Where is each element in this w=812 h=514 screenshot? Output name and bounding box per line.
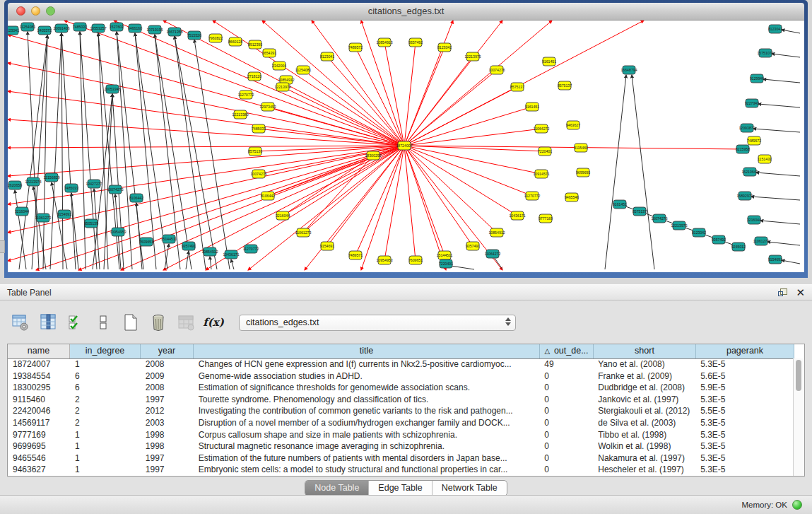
graph-node[interactable]: 10954953 bbox=[110, 228, 126, 236]
graph-node[interactable]: 10436171 bbox=[223, 250, 239, 259]
graph-edge[interactable] bbox=[404, 146, 445, 255]
graph-node[interactable]: 16210643 bbox=[741, 168, 758, 176]
graph-node[interactable]: 10436171 bbox=[509, 211, 525, 220]
graph-node[interactable]: 2405572 bbox=[37, 26, 52, 35]
graph-node[interactable]: 9129946 bbox=[750, 74, 764, 83]
hidden-panel-toggle[interactable] bbox=[0, 240, 5, 253]
function-builder-icon[interactable]: f(x) bbox=[204, 313, 223, 332]
graph-node[interactable]: 3216044 bbox=[15, 207, 29, 216]
graph-node[interactable]: 10553257 bbox=[90, 24, 106, 33]
graph-node[interactable]: 11064272 bbox=[534, 124, 550, 133]
graph-node[interactable]: 8912395 bbox=[248, 40, 262, 49]
close-panel-icon[interactable]: ✕ bbox=[796, 288, 805, 297]
graph-node[interactable]: 16648794 bbox=[620, 66, 637, 74]
graph-edge[interactable] bbox=[231, 259, 234, 269]
graph-edge[interactable] bbox=[404, 42, 416, 146]
graph-node[interactable]: 9463627 bbox=[566, 121, 580, 129]
graph-node[interactable]: 12093872 bbox=[739, 124, 755, 132]
table-row[interactable]: 1938455462009Genome-wide association stu… bbox=[8, 370, 794, 382]
table-row[interactable]: 977716911998Corpus callosum shape and si… bbox=[8, 429, 794, 441]
graph-node[interactable]: 10074275 bbox=[250, 170, 266, 178]
graph-node[interactable]: 10719195 bbox=[146, 25, 163, 34]
graph-node[interactable]: 18724007 bbox=[396, 141, 412, 150]
graph-node[interactable]: 11270772 bbox=[243, 245, 259, 253]
network-canvas[interactable]: 8123041112540812405572206914067485033105… bbox=[8, 21, 804, 272]
graph-node[interactable]: 9161451 bbox=[613, 200, 627, 209]
graph-edge[interactable] bbox=[753, 129, 800, 132]
graph-node[interactable]: 20053346 bbox=[104, 85, 120, 93]
table-row[interactable]: 1456911722003Disruption of a novel membe… bbox=[8, 417, 794, 429]
float-panel-icon[interactable] bbox=[778, 288, 787, 297]
graph-edge[interactable] bbox=[404, 146, 497, 233]
graph-node[interactable]: 8575137 bbox=[510, 83, 524, 91]
graph-node[interactable]: 10854913 bbox=[376, 38, 392, 47]
graph-node[interactable]: 9505139 bbox=[84, 219, 98, 228]
graph-node[interactable]: 15144511 bbox=[161, 235, 177, 243]
graph-edge[interactable] bbox=[8, 146, 404, 148]
graph-node[interactable]: 7963822 bbox=[208, 34, 223, 42]
graph-node[interactable]: 11061273 bbox=[753, 237, 770, 245]
graph-edge[interactable] bbox=[61, 33, 63, 269]
graph-edge[interactable] bbox=[404, 21, 552, 146]
graph-node[interactable]: 9154691 bbox=[768, 255, 782, 264]
graph-edge[interactable] bbox=[404, 57, 473, 146]
column-header-out_de[interactable]: △ out_de... bbox=[540, 344, 594, 358]
graph-node[interactable]: 8123042 bbox=[692, 228, 706, 237]
graph-node[interactable]: 7489572 bbox=[747, 136, 761, 145]
graph-node[interactable]: 10074276 bbox=[651, 214, 667, 223]
graph-node[interactable]: 12213974 bbox=[25, 177, 41, 186]
graph-edge[interactable] bbox=[186, 251, 189, 269]
graph-node[interactable]: 12213380 bbox=[232, 110, 248, 119]
column-header-title[interactable]: title bbox=[194, 344, 540, 358]
graph-node[interactable]: 9777169 bbox=[539, 214, 553, 223]
graph-node[interactable]: 8123041 bbox=[320, 52, 334, 61]
graph-node[interactable]: 9154691 bbox=[320, 242, 334, 250]
graph-node[interactable]: 7220401 bbox=[538, 147, 552, 156]
graph-node[interactable]: 3216044 bbox=[747, 216, 761, 224]
graph-node[interactable]: 9357491 bbox=[182, 242, 196, 250]
table-row[interactable]: 1872400712008Changes of HCN gene express… bbox=[8, 358, 794, 370]
graph-edge[interactable] bbox=[8, 146, 404, 204]
table-selector-dropdown[interactable]: citations_edges.txt bbox=[239, 315, 516, 331]
graph-node[interactable]: 8575137 bbox=[558, 81, 572, 90]
graph-node[interactable]: 10074276 bbox=[488, 66, 505, 74]
graph-node[interactable]: 12156829 bbox=[43, 173, 59, 182]
graph-edge[interactable] bbox=[763, 79, 800, 83]
row-selection-mode-icon[interactable] bbox=[66, 313, 85, 332]
graph-node[interactable]: 8575136 bbox=[248, 147, 262, 156]
table-scrollbar[interactable] bbox=[793, 358, 804, 476]
graph-node[interactable]: 8123042 bbox=[437, 43, 452, 52]
graph-node[interactable]: 9154691 bbox=[57, 210, 71, 218]
graph-edge[interactable] bbox=[28, 32, 39, 269]
graph-edge[interactable] bbox=[404, 47, 445, 146]
graph-node[interactable]: 11061273 bbox=[295, 228, 312, 237]
table-row[interactable]: 2242004622012Investigating the contribut… bbox=[8, 405, 794, 417]
graph-edge[interactable] bbox=[135, 33, 156, 269]
graph-node[interactable]: 15892971 bbox=[736, 192, 753, 200]
tab-edge-table[interactable]: Edge Table bbox=[368, 481, 431, 496]
graph-node[interactable]: 11254081 bbox=[20, 23, 36, 31]
graph-node[interactable]: 7485033 bbox=[73, 23, 87, 31]
delete-table-icon[interactable] bbox=[149, 313, 167, 332]
graph-node[interactable]: 11270772 bbox=[238, 90, 254, 99]
table-row[interactable]: 1830029562008Estimation of significance … bbox=[8, 382, 794, 394]
table-row[interactable]: 911546021997Tourette syndrome. Phenomeno… bbox=[8, 394, 794, 406]
graph-node[interactable]: 6466160 bbox=[128, 24, 142, 33]
graph-node[interactable]: 10854912 bbox=[488, 228, 505, 237]
graph-edge[interactable] bbox=[8, 91, 404, 146]
graph-edge[interactable] bbox=[135, 33, 167, 269]
column-header-in_degree[interactable]: in_degree bbox=[70, 344, 141, 358]
graph-node[interactable]: 8123041 bbox=[8, 26, 19, 35]
graph-edge[interactable] bbox=[760, 221, 800, 224]
graph-node[interactable]: 8575137 bbox=[632, 207, 647, 216]
graph-node[interactable]: 10854912 bbox=[201, 247, 218, 256]
graph-edge[interactable] bbox=[782, 260, 800, 264]
graph-edge[interactable] bbox=[404, 70, 497, 146]
graph-node[interactable]: 7485033 bbox=[64, 184, 78, 192]
graph-node[interactable]: 11061273 bbox=[35, 214, 52, 222]
graph-edge[interactable] bbox=[104, 94, 112, 269]
graph-edge[interactable] bbox=[112, 94, 124, 269]
graph-edge[interactable] bbox=[94, 189, 100, 269]
graph-node[interactable]: 8106442 bbox=[261, 192, 275, 200]
graph-node[interactable]: 7609651 bbox=[408, 256, 423, 264]
